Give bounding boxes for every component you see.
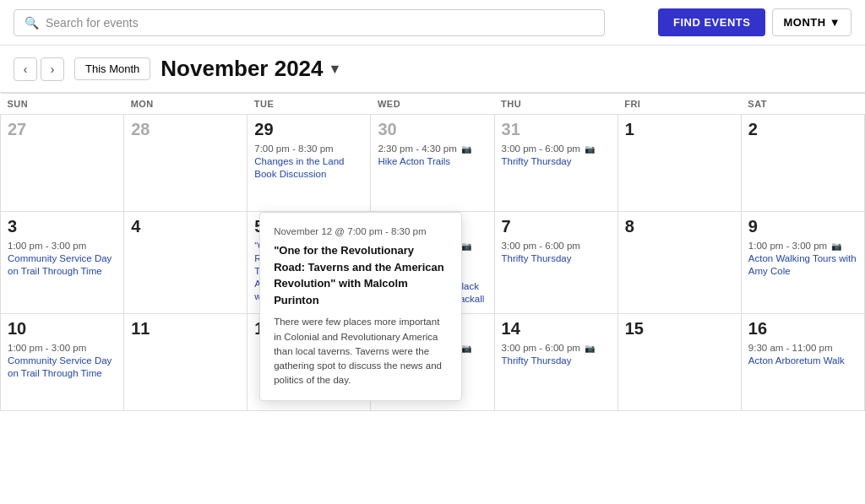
day-number: 16 — [748, 319, 857, 339]
event-item[interactable]: 9:30 am - 11:00 pmActon Arboretum Walk — [748, 342, 857, 367]
calendar-cell-15[interactable]: 15 — [617, 313, 741, 410]
day-number: 28 — [131, 120, 240, 139]
month-title-area[interactable]: November 2024 ▼ — [160, 56, 341, 82]
event-name: Community Service Day on Trail Through T… — [8, 355, 112, 378]
calendar-cell-28[interactable]: 28 — [124, 115, 248, 212]
event-name: Hike Acton Trails — [378, 156, 450, 166]
day-number: 9 — [748, 217, 857, 236]
day-header-wed: WED — [371, 94, 494, 115]
day-header-sun: SUN — [1, 94, 124, 115]
day-number: 4 — [131, 217, 240, 236]
day-number: 7 — [502, 217, 611, 236]
top-bar: 🔍 Search for events FIND EVENTS MONTH ▼ — [0, 0, 865, 46]
event-time: 1:00 pm - 3:00 pm — [8, 241, 86, 251]
calendar-header-row: SUNMONTUEWEDTHUFRISAT — [1, 94, 865, 115]
event-item[interactable]: 1:00 pm - 3:00 pmCommunity Service Day o… — [8, 240, 117, 278]
calendar-cell-11[interactable]: 11 — [124, 313, 248, 410]
tooltip-title: "One for the Revolutionary Road: Taverns… — [274, 242, 448, 308]
calendar-cell-7[interactable]: 73:00 pm - 6:00 pmThrifty Thursday — [494, 212, 617, 314]
event-time: 1:00 pm - 3:00 pm 📷 — [748, 241, 841, 251]
calendar-cell-4[interactable]: 4November 12 @ 7:00 pm - 8:30 pm"One for… — [124, 212, 248, 314]
day-number: 29 — [254, 120, 363, 139]
day-number: 2 — [748, 120, 857, 139]
day-header-sat: SAT — [741, 94, 864, 115]
day-header-thu: THU — [494, 94, 617, 115]
camera-icon: 📷 — [582, 144, 595, 154]
chevron-down-icon: ▼ — [830, 16, 841, 29]
search-icon: 🔍 — [24, 16, 39, 30]
camera-icon: 📷 — [582, 344, 595, 353]
search-input: Search for events — [46, 16, 139, 30]
day-number: 8 — [625, 217, 734, 236]
tooltip-description: There were few places more important in … — [274, 315, 448, 387]
day-number: 3 — [8, 217, 117, 236]
calendar-cell-29[interactable]: 297:00 pm - 8:30 pmChanges in the Land B… — [248, 115, 371, 212]
search-area[interactable]: 🔍 Search for events — [14, 9, 605, 36]
day-number: 15 — [625, 319, 734, 339]
calendar-cell-1[interactable]: 1 — [617, 115, 741, 212]
day-number: 27 — [8, 120, 117, 139]
day-number: 14 — [502, 319, 611, 339]
event-tooltip: November 12 @ 7:00 pm - 8:30 pm"One for … — [259, 212, 462, 401]
find-events-button[interactable]: FIND EVENTS — [658, 8, 765, 36]
event-item[interactable]: 2:30 pm - 4:30 pm 📷Hike Acton Trails — [378, 143, 487, 168]
calendar-week-0: 2728297:00 pm - 8:30 pmChanges in the La… — [1, 115, 865, 212]
day-number: 1 — [625, 120, 734, 139]
calendar-cell-9[interactable]: 91:00 pm - 3:00 pm 📷Acton Walking Tours … — [741, 212, 864, 314]
day-number: 11 — [131, 319, 240, 339]
calendar-cell-31[interactable]: 313:00 pm - 6:00 pm 📷Thrifty Thursday — [494, 115, 617, 212]
event-item[interactable]: 3:00 pm - 6:00 pm 📷Thrifty Thursday — [502, 143, 611, 168]
event-name: Thrifty Thursday — [502, 355, 572, 366]
event-item[interactable]: 1:00 pm - 3:00 pm 📷Acton Walking Tours w… — [748, 240, 857, 278]
calendar-grid: SUNMONTUEWEDTHUFRISAT 2728297:00 pm - 8:… — [0, 93, 865, 411]
this-month-button[interactable]: This Month — [74, 57, 150, 80]
day-header-fri: FRI — [617, 94, 741, 115]
event-time: 3:00 pm - 6:00 pm 📷 — [502, 144, 595, 154]
calendar-cell-14[interactable]: 143:00 pm - 6:00 pm 📷Thrifty Thursday — [494, 313, 617, 410]
nav-row: ‹ › This Month November 2024 ▼ — [0, 46, 865, 93]
day-header-tue: TUE — [248, 94, 371, 115]
event-name: Acton Arboretum Walk — [748, 355, 845, 366]
calendar-cell-10[interactable]: 101:00 pm - 3:00 pmCommunity Service Day… — [1, 313, 124, 410]
calendar-cell-27[interactable]: 27 — [1, 115, 124, 212]
calendar-cell-2[interactable]: 2 — [741, 115, 864, 212]
calendar-cell-30[interactable]: 302:30 pm - 4:30 pm 📷Hike Acton Trails — [371, 115, 494, 212]
event-item[interactable]: 1:00 pm - 3:00 pmCommunity Service Day o… — [8, 342, 117, 380]
top-bar-right: FIND EVENTS MONTH ▼ — [658, 8, 851, 36]
month-button-label: MONTH — [783, 16, 825, 29]
event-time: 9:30 am - 11:00 pm — [748, 343, 833, 353]
event-time: 3:00 pm - 6:00 pm — [502, 241, 580, 251]
event-name: Acton Walking Tours with Amy Cole — [748, 253, 857, 276]
camera-icon: 📷 — [459, 144, 471, 154]
event-item[interactable]: 3:00 pm - 6:00 pmThrifty Thursday — [502, 240, 611, 265]
prev-month-button[interactable]: ‹ — [14, 57, 37, 81]
event-name: Thrifty Thursday — [502, 156, 572, 166]
event-item[interactable]: 7:00 pm - 8:30 pmChanges in the Land Boo… — [254, 143, 363, 181]
month-title: November 2024 — [160, 56, 323, 82]
event-time: 3:00 pm - 6:00 pm 📷 — [502, 343, 595, 353]
month-view-button[interactable]: MONTH ▼ — [772, 8, 851, 36]
event-time: 7:00 pm - 8:30 pm — [254, 144, 333, 154]
month-chevron-icon: ▼ — [329, 62, 342, 77]
nav-arrows: ‹ › — [14, 57, 64, 81]
event-name: Thrifty Thursday — [502, 253, 572, 263]
calendar-body: 2728297:00 pm - 8:30 pmChanges in the La… — [1, 115, 865, 411]
event-name: Changes in the Land Book Discussion — [254, 156, 344, 179]
calendar-week-1: 31:00 pm - 3:00 pmCommunity Service Day … — [1, 212, 865, 314]
event-item[interactable]: 3:00 pm - 6:00 pm 📷Thrifty Thursday — [502, 342, 611, 367]
day-number: 10 — [8, 319, 117, 339]
event-time: 2:30 pm - 4:30 pm 📷 — [378, 144, 471, 154]
tooltip-date: November 12 @ 7:00 pm - 8:30 pm — [274, 225, 448, 239]
day-number: 30 — [378, 120, 487, 139]
calendar-cell-3[interactable]: 31:00 pm - 3:00 pmCommunity Service Day … — [1, 212, 124, 314]
calendar-cell-16[interactable]: 169:30 am - 11:00 pmActon Arboretum Walk — [741, 313, 864, 410]
camera-icon: 📷 — [829, 241, 841, 251]
calendar-cell-8[interactable]: 8 — [617, 212, 741, 314]
event-time: 1:00 pm - 3:00 pm — [8, 343, 86, 353]
next-month-button[interactable]: › — [41, 57, 64, 81]
event-name: Community Service Day on Trail Through T… — [8, 253, 112, 276]
day-number: 31 — [502, 120, 611, 139]
day-header-mon: MON — [124, 94, 248, 115]
